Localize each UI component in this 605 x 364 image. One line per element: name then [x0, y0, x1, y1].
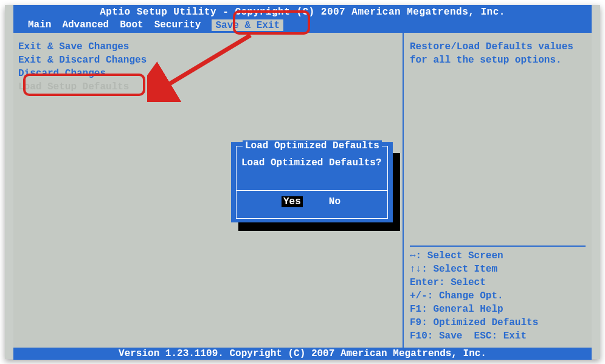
confirm-dialog: Load Optimized Defaults Load Optimized D…	[231, 142, 393, 222]
dialog-border: Load Optimized Defaults Load Optimized D…	[236, 146, 388, 219]
menu-advanced[interactable]: Advanced	[62, 19, 109, 30]
key-hints: ↔: Select Screen ↑↓: Select Item Enter: …	[410, 249, 586, 343]
hint-line: F10: Save ESC: Exit	[410, 329, 586, 343]
hint-line: Enter: Select	[410, 276, 586, 289]
hint-line: ↑↓: Select Item	[410, 263, 586, 276]
menu-main[interactable]: Main	[28, 19, 51, 30]
help-line: Restore/Load Defaults values	[410, 40, 586, 53]
hint-line: F1: General Help	[410, 303, 586, 316]
hint-line: F9: Optimized Defaults	[410, 316, 586, 329]
app-title: Aptio Setup Utility - Copyright (C) 2007…	[13, 6, 592, 18]
help-panel: Restore/Load Defaults values for all the…	[404, 33, 592, 348]
footer-bar: Version 1.23.1109. Copyright (C) 2007 Am…	[13, 348, 592, 360]
options-list: Exit & Save Changes Exit & Discard Chang…	[18, 40, 398, 94]
header-bar: Aptio Setup Utility - Copyright (C) 2007…	[13, 5, 592, 32]
option-load-defaults[interactable]: Load Setup Defaults	[18, 80, 398, 94]
menu-save-exit[interactable]: Save & Exit	[212, 19, 283, 31]
hint-line: +/-: Change Opt.	[410, 289, 586, 303]
dialog-buttons: Yes No	[237, 196, 387, 207]
dialog-no-button[interactable]: No	[327, 196, 342, 207]
option-exit-save[interactable]: Exit & Save Changes	[18, 40, 398, 53]
menu-bar: Main Advanced Boot Security Save & Exit	[13, 18, 592, 32]
help-divider	[410, 246, 586, 247]
bios-frame: Aptio Setup Utility - Copyright (C) 2007…	[5, 5, 600, 359]
menu-security[interactable]: Security	[154, 19, 201, 30]
dialog-yes-button[interactable]: Yes	[282, 196, 303, 207]
menu-boot[interactable]: Boot	[120, 19, 143, 30]
option-exit-discard[interactable]: Exit & Discard Changes	[18, 53, 398, 67]
help-text: Restore/Load Defaults values for all the…	[410, 40, 586, 67]
dialog-title: Load Optimized Defaults	[243, 140, 382, 151]
hint-line: ↔: Select Screen	[410, 249, 586, 263]
help-line: for all the setup options.	[410, 53, 586, 67]
bios-screen: Aptio Setup Utility - Copyright (C) 2007…	[13, 5, 592, 359]
dialog-separator	[237, 190, 387, 191]
option-discard[interactable]: Discard Changes	[18, 67, 398, 80]
